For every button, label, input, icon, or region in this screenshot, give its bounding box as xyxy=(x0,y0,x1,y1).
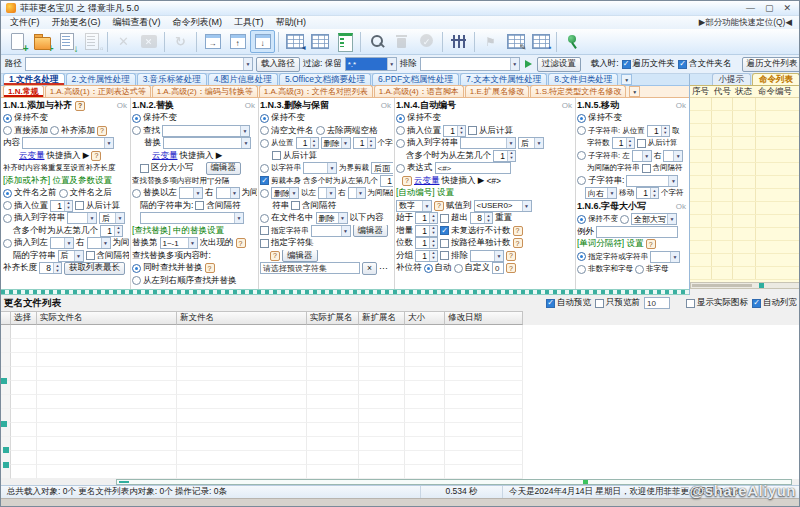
close-button[interactable]: ✕ xyxy=(783,3,791,13)
right-tab-1[interactable]: 小提示 xyxy=(712,73,752,85)
dropdown-arrow-icon[interactable]: ▼ xyxy=(193,188,202,198)
file-row[interactable] xyxy=(1,367,800,381)
radio-option[interactable]: 以字符串 xyxy=(260,163,301,173)
tab-4[interactable]: 4.图片信息处理 xyxy=(208,73,278,85)
radio-option[interactable]: 子字符串: 左 xyxy=(577,151,630,161)
checkbox[interactable]: ✓剪裁本身 xyxy=(260,176,301,186)
menu-item[interactable]: 帮助(H) xyxy=(270,16,313,29)
file-row[interactable] xyxy=(1,423,800,437)
remove-item-button[interactable]: ✕ xyxy=(111,30,136,53)
recycle-button[interactable] xyxy=(389,30,414,53)
radio-option[interactable]: 子字符串: 从位置 xyxy=(577,126,645,136)
radio-option[interactable]: 表达式 xyxy=(396,162,433,174)
combo-box[interactable]: 删除▼ xyxy=(271,187,299,199)
cloud-variable-link[interactable]: 云变量 xyxy=(152,150,178,162)
dropdown-arrow-icon[interactable]: ▼ xyxy=(341,226,350,236)
panel-ok-button[interactable]: Ok xyxy=(381,101,393,110)
dropdown-arrow-icon[interactable]: ▼ xyxy=(494,251,503,261)
help-icon[interactable]: ? xyxy=(434,201,444,211)
file-row[interactable] xyxy=(1,325,800,339)
text-input[interactable]: <#> xyxy=(435,162,511,174)
command-row[interactable] xyxy=(690,267,800,280)
checkbox[interactable]: 含间隔符 xyxy=(642,163,683,173)
spin-down-icon[interactable]: ▼ xyxy=(54,268,61,273)
dropdown-arrow-icon[interactable]: ▼ xyxy=(668,176,677,186)
spin-down-icon[interactable]: ▼ xyxy=(430,243,437,248)
combo-box[interactable]: 1~-1▼ xyxy=(160,237,198,249)
dropdown-arrow-icon[interactable]: ▼ xyxy=(104,138,113,148)
edit-grid-button[interactable]: ✎ xyxy=(503,30,528,53)
radio-option[interactable]: 查找 xyxy=(132,125,160,137)
radio-option[interactable]: 插入位置 xyxy=(3,200,48,212)
checkbox[interactable]: 含间隔符 xyxy=(291,200,336,212)
radio-option[interactable]: 非字母 xyxy=(635,264,669,274)
combo-box[interactable]: ▼ xyxy=(626,175,678,187)
apply-filter-button[interactable] xyxy=(525,60,532,68)
minimize-button[interactable]: — xyxy=(746,3,755,13)
file-row[interactable] xyxy=(1,465,800,479)
checkbox[interactable]: 指定字符串 xyxy=(260,226,309,236)
number-spinner[interactable]: 1▲▼ xyxy=(443,125,466,137)
dropdown-arrow-icon[interactable]: ▼ xyxy=(241,138,250,148)
subtab-5[interactable]: 1.A.高级(4)：语言脚本 xyxy=(374,85,464,97)
tab-1[interactable]: 1.文件名处理 xyxy=(3,73,65,85)
file-row[interactable] xyxy=(1,353,800,367)
number-spinner[interactable]: 1▲▼ xyxy=(50,200,73,212)
content-combo[interactable]: ▼ xyxy=(22,137,114,149)
show-real-icons-checkbox[interactable]: 显示实际图标 xyxy=(686,297,748,309)
number-spinner[interactable]: 1▲▼ xyxy=(380,175,393,187)
dropdown-arrow-icon[interactable]: ▼ xyxy=(327,163,336,173)
exclude-filter-combo[interactable]: ▼ xyxy=(420,57,520,71)
flag-button[interactable]: ⚑ xyxy=(478,30,503,53)
radio-option[interactable]: 插入位置 xyxy=(396,125,441,137)
command-row[interactable] xyxy=(690,98,800,111)
spin-down-icon[interactable]: ▼ xyxy=(458,131,465,136)
combo-box[interactable]: ▼ xyxy=(663,150,683,162)
dropdown-arrow-icon[interactable]: ▼ xyxy=(188,238,197,248)
radio-option[interactable]: 自定义 xyxy=(454,262,491,274)
menu-item[interactable]: 文件(F) xyxy=(4,16,46,29)
combo-box[interactable]: ▼ xyxy=(87,237,111,249)
number-spinner[interactable]: 8▲▼ xyxy=(39,262,62,274)
combo-box[interactable]: 后▼ xyxy=(58,250,84,262)
subtab-6[interactable]: 1.E.扩展名修改 xyxy=(465,85,529,97)
combo-box[interactable]: ▼ xyxy=(318,187,336,199)
checkbox[interactable]: 从后计算 xyxy=(75,200,120,212)
subtab-1[interactable]: 1.N.常规 xyxy=(3,85,44,97)
export-list-button[interactable]: ▫ xyxy=(79,30,104,53)
command-row[interactable] xyxy=(690,176,800,189)
radio-option[interactable]: 从左到右顺序查找并替换 xyxy=(132,275,237,287)
file-column-header[interactable]: 大小 xyxy=(405,311,445,325)
help-icon[interactable]: ? xyxy=(97,126,107,136)
clear-list-button[interactable]: ✕ xyxy=(136,30,161,53)
pin-button[interactable] xyxy=(560,30,585,53)
combo-box[interactable]: ▼ xyxy=(650,251,680,263)
combo-box[interactable]: ▼ xyxy=(460,137,516,149)
combo-box[interactable]: ▼ xyxy=(632,150,652,162)
file-row[interactable] xyxy=(1,409,800,423)
command-row[interactable] xyxy=(690,150,800,163)
checkbox[interactable]: 按路径单独计数 xyxy=(440,237,511,249)
add-files-button[interactable]: + xyxy=(4,30,29,53)
filter-settings-button[interactable]: 过滤设置 xyxy=(537,57,581,72)
dropdown-arrow-icon[interactable]: ▼ xyxy=(240,126,249,136)
combo-box[interactable]: ▼ xyxy=(348,187,366,199)
radio-option[interactable]: 去除两端空格 xyxy=(316,125,378,137)
include-folder-name-checkbox[interactable]: ✓含文件夹名 xyxy=(678,58,732,70)
radio-option[interactable]: 文件名之前 xyxy=(3,187,57,199)
subtab-4[interactable]: 1.A.高级(3)：文件名对照列表 xyxy=(259,85,373,97)
number-spinner[interactable]: 1▲▼ xyxy=(415,237,438,249)
dropdown-arrow-icon[interactable]: ▼ xyxy=(341,138,350,148)
radio-option[interactable]: 保持不变 xyxy=(396,112,441,124)
radio-option[interactable]: 插入到左 xyxy=(3,237,48,249)
radio-option[interactable]: 清空文件名 xyxy=(260,125,314,137)
radio-option[interactable]: 补齐添加 xyxy=(50,125,95,137)
help-icon[interactable]: ? xyxy=(402,176,412,186)
file-column-header[interactable]: 修改日期 xyxy=(445,311,523,325)
checkbox[interactable]: 超出 xyxy=(440,212,468,224)
command-row[interactable] xyxy=(690,228,800,241)
help-icon[interactable]: ? xyxy=(513,226,523,236)
tab-7[interactable]: 7.文本文件属性处理 xyxy=(460,73,547,85)
apply-check-button[interactable]: ✓ xyxy=(414,30,439,53)
dropdown-arrow-icon[interactable]: ▼ xyxy=(115,213,124,223)
